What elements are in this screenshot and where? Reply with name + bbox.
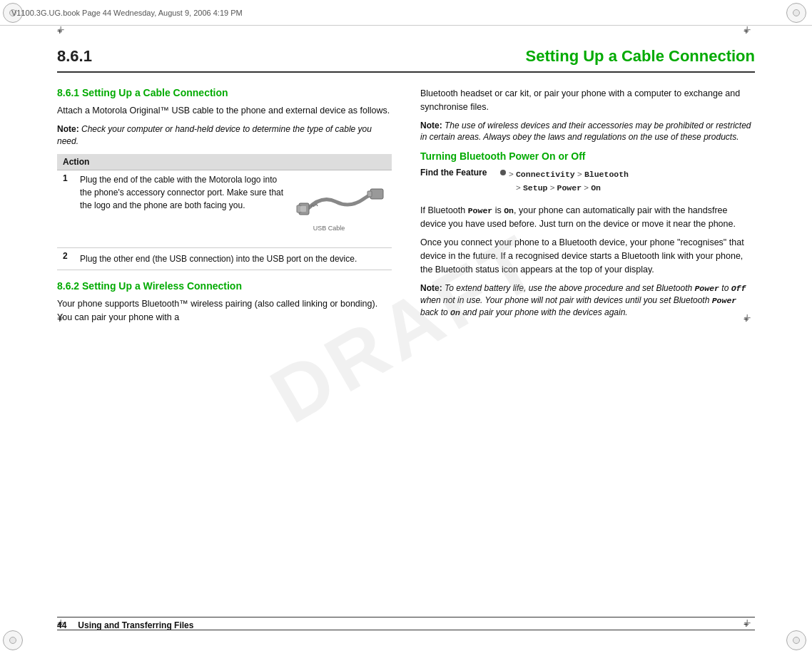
- menu-bluetooth: Bluetooth: [584, 170, 629, 179]
- svg-rect-4: [367, 191, 372, 197]
- bluetooth-heading: Turning Bluetooth Power On or Off: [420, 150, 755, 162]
- section-862-heading: 8.6.2 Setting Up a Wireless Connection: [57, 280, 392, 292]
- svg-rect-2: [300, 206, 306, 212]
- note1-body: The use of wireless devices and their ac…: [420, 121, 751, 143]
- menu-bullet: [500, 170, 506, 175]
- header-text: V1100.3G.UG.book Page 44 Wednesday, Augu…: [11, 9, 243, 17]
- svg-rect-3: [370, 189, 383, 199]
- section-862: 8.6.2 Setting Up a Wireless Connection Y…: [57, 280, 392, 324]
- note2-label: Note:: [420, 283, 442, 293]
- menu-power: Power: [557, 183, 582, 193]
- menu-setup: Setup: [523, 183, 548, 193]
- row1-text: Plug the end of the cable with the Motor…: [80, 173, 288, 212]
- menu-line1: > Connectivity > Bluetooth: [509, 168, 629, 181]
- note1-label: Note:: [420, 121, 442, 130]
- find-feature-row: Find the Feature > Connectivity > Blueto…: [420, 168, 755, 195]
- menu-on: On: [591, 183, 601, 193]
- usb-cable-illustration: USB Cable: [293, 173, 386, 245]
- section-862-body: Your phone supports Bluetooth™ wireless …: [57, 297, 392, 324]
- footer-divider: [57, 630, 755, 630]
- table-cell-text-2: Plug the other end (the USB connection) …: [74, 248, 392, 270]
- header-bar: V1100.3G.UG.book Page 44 Wednesday, Augu…: [0, 0, 812, 26]
- title-bar: 8.6.1 Setting Up a Cable Connection: [57, 47, 755, 73]
- table-cell-text-1: Plug the end of the cable with the Motor…: [74, 170, 392, 248]
- page-content: 8.6.1 Setting Up a Cable Connection 8.6.…: [0, 26, 812, 630]
- note2-body: To extend battery life, use the above pr…: [420, 283, 746, 317]
- section-861-heading: 8.6.1 Setting Up a Cable Connection: [57, 87, 392, 98]
- table-cell-num-2: 2: [57, 248, 74, 270]
- footer-bar: 44 Using and Transferring Files: [57, 617, 755, 630]
- menu-path-text: > Connectivity > Bluetooth > Setup > Pow…: [509, 168, 629, 195]
- find-feature-label: Find the Feature: [420, 168, 492, 178]
- left-column: 8.6.1 Setting Up a Cable Connection Atta…: [57, 87, 392, 330]
- menu-path-container: > Connectivity > Bluetooth > Setup > Pow…: [500, 168, 629, 195]
- right-column: Bluetooth headset or car kit, or pair yo…: [420, 87, 755, 330]
- note-body: Check your computer or hand-held device …: [57, 124, 372, 146]
- note-label: Note:: [57, 124, 79, 134]
- section-bluetooth: Turning Bluetooth Power On or Off Find t…: [420, 150, 755, 319]
- table-cell-num-1: 1: [57, 170, 74, 248]
- menu-line2: > Setup > Power > On: [509, 181, 629, 195]
- section-number: 8.6.1: [57, 47, 143, 66]
- section-861-body: Attach a Motorola Original™ USB cable to…: [57, 104, 392, 118]
- section-861-note: Note: Check your computer or hand-held d…: [57, 123, 392, 148]
- table-header: Action: [57, 154, 392, 170]
- right-intro-text: Bluetooth headset or car kit, or pair yo…: [420, 87, 755, 114]
- svg-text:USB Cable: USB Cable: [313, 225, 345, 232]
- reg-mark-bottom-left: [3, 630, 26, 653]
- two-column-layout: 8.6.1 Setting Up a Cable Connection Atta…: [57, 87, 755, 330]
- bluetooth-note2: Note: To extend battery life, use the ab…: [420, 282, 755, 319]
- right-note1: Note: The use of wireless devices and th…: [420, 120, 755, 144]
- action-table: Action 1 Plug the end of the cable with …: [57, 154, 392, 270]
- table-row: 2 Plug the other end (the USB connection…: [57, 248, 392, 270]
- section-title: Setting Up a Cable Connection: [143, 47, 755, 66]
- menu-connectivity: Connectivity: [516, 170, 575, 179]
- footer-page-label: Using and Transferring Files: [78, 620, 193, 630]
- bluetooth-body2: Once you connect your phone to a Bluetoo…: [420, 236, 755, 276]
- footer-page-num: 44: [57, 620, 66, 630]
- reg-mark-bottom-right: [786, 630, 809, 653]
- bluetooth-body1: If Bluetooth Power is On, your phone can…: [420, 204, 755, 231]
- table-row: 1 Plug the end of the cable with the Mot…: [57, 170, 392, 248]
- section-861: 8.6.1 Setting Up a Cable Connection Atta…: [57, 87, 392, 270]
